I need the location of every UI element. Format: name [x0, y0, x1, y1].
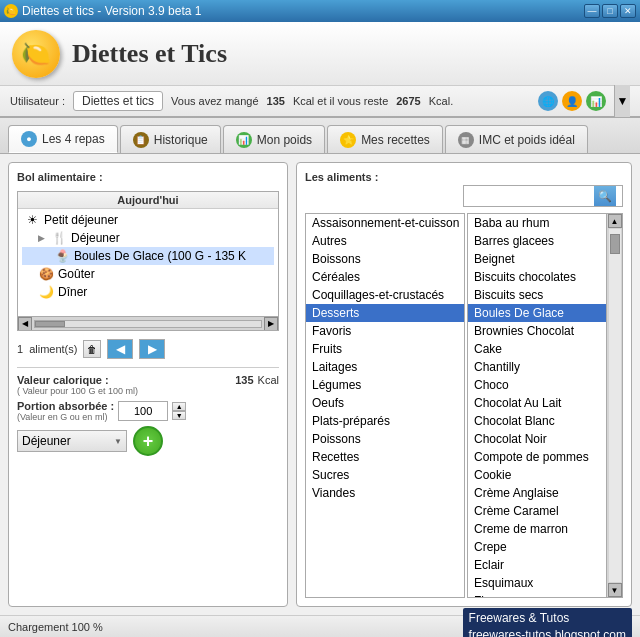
maximize-button[interactable]: □ — [602, 4, 618, 18]
category-item[interactable]: Recettes — [306, 448, 464, 466]
category-item[interactable]: Fruits — [306, 340, 464, 358]
tab-repas[interactable]: ● Les 4 repas — [8, 125, 118, 153]
category-item[interactable]: Autres — [306, 232, 464, 250]
app-title: Diettes et Tics — [72, 39, 227, 69]
category-item[interactable]: Viandes — [306, 484, 464, 502]
tab-bar: ● Les 4 repas 📋 Historique 📊 Mon poids ⭐… — [0, 118, 640, 154]
search-button[interactable]: 🔍 — [594, 186, 616, 206]
calorie-label: Valeur calorique : — [17, 374, 138, 386]
left-panel: Bol alimentaire : Aujourd'hui ☀ Petit dé… — [8, 162, 288, 607]
portion-spinner: ▲ ▼ — [172, 402, 186, 420]
tab-poids-icon: 📊 — [236, 132, 252, 148]
status-bar: Chargement 100 % Freewares & Tutos freew… — [0, 615, 640, 637]
food-list-item[interactable]: Biscuits chocolates — [468, 268, 606, 286]
category-item[interactable]: Favoris — [306, 322, 464, 340]
food-list-item[interactable]: Biscuits secs — [468, 286, 606, 304]
food-list-item[interactable]: Chantilly — [468, 358, 606, 376]
tree-icon: ▶ — [38, 233, 45, 243]
scrollbar-up-btn[interactable]: ▲ — [608, 214, 622, 228]
food-item-boules-glace[interactable]: 🍨 Boules De Glace (100 G - 135 K — [22, 247, 274, 265]
food-list-item[interactable]: Brownies Chocolat — [468, 322, 606, 340]
close-button[interactable]: ✕ — [620, 4, 636, 18]
food-item-diner[interactable]: 🌙 Dîner — [22, 283, 274, 301]
category-item[interactable]: Coquillages-et-crustacés — [306, 286, 464, 304]
category-item[interactable]: Oeufs — [306, 394, 464, 412]
scrollbar-track[interactable] — [609, 229, 621, 582]
food-list-item[interactable]: Boules De Glace — [468, 304, 606, 322]
title-bar: 🍋 Diettes et tics - Version 3.9 beta 1 —… — [0, 0, 640, 22]
scrollbar-down-btn[interactable]: ▼ — [608, 583, 622, 597]
items-list: Baba au rhumBarres glaceesBeignetBiscuit… — [467, 213, 607, 598]
status-logo-line1: Freewares & Tutos — [469, 610, 626, 627]
title-bar-left: 🍋 Diettes et tics - Version 3.9 beta 1 — [4, 4, 201, 18]
icon-blue[interactable]: 🌐 — [538, 91, 558, 111]
user-bar-icons: 🌐 👤 📊 — [538, 91, 606, 111]
category-item[interactable]: Boissons — [306, 250, 464, 268]
food-list-item[interactable]: Cake — [468, 340, 606, 358]
user-bar: Utilisateur : Diettes et tics Vous avez … — [0, 86, 640, 118]
search-input[interactable] — [464, 186, 594, 206]
icon-orange[interactable]: 👤 — [562, 91, 582, 111]
unit1: Kcal et il vous reste — [293, 95, 388, 107]
repas-select[interactable]: Déjeuner ▼ — [17, 430, 127, 452]
food-list-item[interactable]: Chocolat Blanc — [468, 412, 606, 430]
category-item[interactable]: Assaisonnement-et-cuisson — [306, 214, 464, 232]
scrollbar-thumb — [35, 321, 65, 327]
portion-input[interactable] — [118, 401, 168, 421]
food-list-item[interactable]: Esquimaux — [468, 574, 606, 592]
tab-recettes[interactable]: ⭐ Mes recettes — [327, 125, 443, 153]
aliment-prev-btn[interactable]: ◀ — [107, 339, 133, 359]
food-list-item[interactable]: Creme de marron — [468, 520, 606, 538]
tab-historique[interactable]: 📋 Historique — [120, 125, 221, 153]
minimize-button[interactable]: — — [584, 4, 600, 18]
food-list-item[interactable]: Baba au rhum — [468, 214, 606, 232]
food-list-item[interactable]: Chocolat Au Lait — [468, 394, 606, 412]
calorie-sublabel: ( Valeur pour 100 G et 100 ml) — [17, 386, 138, 396]
food-list: ☀ Petit déjeuner ▶ 🍴 Déjeuner 🍨 Boules D… — [18, 209, 278, 303]
aliment-num: 1 — [17, 343, 23, 355]
aliment-delete-btn[interactable]: 🗑 — [83, 340, 101, 358]
food-list-item[interactable]: Crepe — [468, 538, 606, 556]
add-food-button[interactable]: + — [133, 426, 163, 456]
gouter-label: Goûter — [58, 267, 95, 281]
food-item-dejeuner[interactable]: ▶ 🍴 Déjeuner — [22, 229, 274, 247]
status-logo: Freewares & Tutos freewares-tutos.blogsp… — [463, 608, 632, 637]
aliment-next-btn[interactable]: ▶ — [139, 339, 165, 359]
tab-imc-icon: ▦ — [458, 132, 474, 148]
main-content: Bol alimentaire : Aujourd'hui ☀ Petit dé… — [0, 154, 640, 615]
category-item[interactable]: Laitages — [306, 358, 464, 376]
category-item[interactable]: Desserts — [306, 304, 464, 322]
food-list-item[interactable]: Eclair — [468, 556, 606, 574]
tab-imc[interactable]: ▦ IMC et poids idéal — [445, 125, 588, 153]
tab-poids[interactable]: 📊 Mon poids — [223, 125, 325, 153]
repas-select-arrow: ▼ — [114, 437, 122, 446]
category-list: Assaisonnement-et-cuissonAutresBoissonsC… — [305, 213, 465, 598]
aliment-counter: 1 aliment(s) 🗑 ◀ ▶ — [17, 337, 279, 361]
food-list-item[interactable]: Flan — [468, 592, 606, 597]
userbar-scrollbar[interactable]: ▼ — [614, 85, 630, 117]
food-list-item[interactable]: Chocolat Noir — [468, 430, 606, 448]
bol-title: Bol alimentaire : — [17, 171, 279, 183]
icon-green[interactable]: 📊 — [586, 91, 606, 111]
category-item[interactable]: Légumes — [306, 376, 464, 394]
right-panel: Les aliments : 🔍 Assaisonnement-et-cuiss… — [296, 162, 632, 607]
category-item[interactable]: Sucres — [306, 466, 464, 484]
category-item[interactable]: Poissons — [306, 430, 464, 448]
spinner-down-btn[interactable]: ▼ — [172, 411, 186, 420]
food-list-item[interactable]: Crème Caramel — [468, 502, 606, 520]
food-item-petit-dejeuner[interactable]: ☀ Petit déjeuner — [22, 211, 274, 229]
scrollbar-left-btn[interactable]: ◀ — [18, 317, 32, 331]
food-item-gouter[interactable]: 🍪 Goûter — [22, 265, 274, 283]
food-list-item[interactable]: Crème Anglaise — [468, 484, 606, 502]
food-list-item[interactable]: Cookie — [468, 466, 606, 484]
food-list-item[interactable]: Choco — [468, 376, 606, 394]
scrollbar-track[interactable] — [34, 320, 262, 328]
food-list-item[interactable]: Beignet — [468, 250, 606, 268]
food-list-item[interactable]: Compote de pommes — [468, 448, 606, 466]
category-item[interactable]: Céréales — [306, 268, 464, 286]
food-list-item[interactable]: Barres glacees — [468, 232, 606, 250]
category-item[interactable]: Plats-préparés — [306, 412, 464, 430]
scrollbar-right-btn[interactable]: ▶ — [264, 317, 278, 331]
status-text: Chargement 100 % — [8, 621, 103, 633]
spinner-up-btn[interactable]: ▲ — [172, 402, 186, 411]
